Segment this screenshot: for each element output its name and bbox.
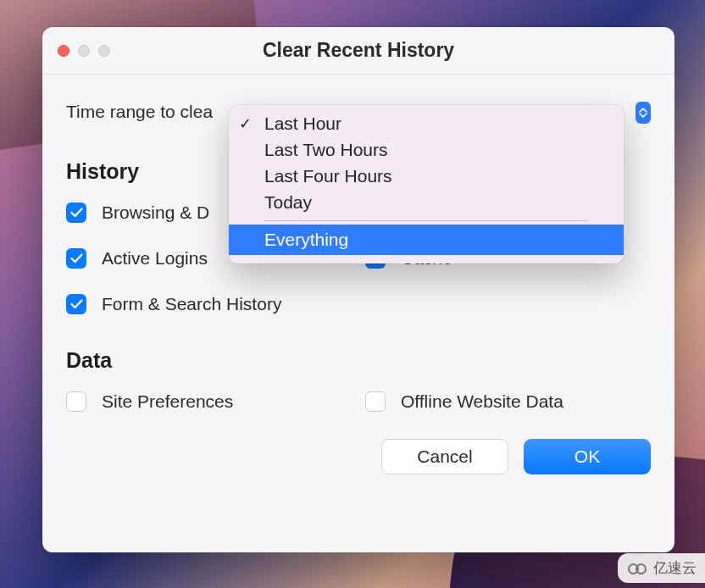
checkbox-browsing[interactable] — [66, 202, 86, 223]
watermark-text: 亿速云 — [653, 558, 697, 578]
checkbox-row-site-prefs[interactable]: Site Preferences — [66, 391, 352, 412]
window-controls — [42, 45, 110, 57]
check-icon: ✓ — [239, 114, 252, 133]
checkbox-label: Offline Website Data — [401, 391, 563, 412]
cloud-icon — [628, 561, 648, 576]
titlebar: Clear Recent History — [42, 27, 674, 75]
menu-item-label: Everything — [264, 230, 348, 250]
dialog-buttons: Cancel OK — [381, 439, 651, 474]
time-range-select-stepper[interactable] — [636, 102, 651, 124]
menu-item-today[interactable]: Today — [229, 189, 624, 215]
menu-item-everything[interactable]: Everything — [229, 225, 624, 255]
button-label: Cancel — [417, 447, 472, 467]
menu-item-last-four-hours[interactable]: Last Four Hours — [229, 163, 624, 189]
checkbox-offline-data[interactable] — [365, 391, 386, 412]
data-section-heading: Data — [66, 348, 651, 373]
dialog-title: Clear Recent History — [42, 39, 674, 62]
checkbox-row-form-search[interactable]: Form & Search History — [66, 294, 651, 314]
menu-item-label: Last Four Hours — [264, 166, 392, 186]
check-icon — [70, 208, 83, 218]
menu-item-last-hour[interactable]: ✓ Last Hour — [229, 110, 624, 136]
checkbox-label: Active Logins — [102, 248, 208, 269]
close-window-button[interactable] — [58, 45, 69, 57]
checkbox-active-logins[interactable] — [66, 248, 86, 269]
minimize-window-button[interactable] — [78, 45, 90, 57]
time-range-label: Time range to clea — [66, 102, 213, 122]
check-icon — [70, 299, 83, 309]
menu-item-label: Today — [264, 192, 312, 213]
menu-separator — [264, 220, 588, 221]
chevron-down-icon — [639, 113, 647, 118]
checkbox-label: Site Preferences — [102, 391, 233, 412]
checkbox-site-prefs[interactable] — [66, 391, 86, 412]
menu-item-last-two-hours[interactable]: Last Two Hours — [229, 136, 624, 163]
checkbox-label: Form & Search History — [102, 294, 281, 314]
check-icon — [70, 253, 83, 263]
ok-button[interactable]: OK — [524, 439, 651, 474]
zoom-window-button[interactable] — [98, 45, 110, 57]
menu-item-label: Last Hour — [264, 114, 341, 134]
cancel-button[interactable]: Cancel — [381, 439, 508, 474]
checkbox-label: Browsing & D — [102, 202, 209, 223]
watermark: 亿速云 — [618, 553, 705, 583]
menu-item-label: Last Two Hours — [264, 140, 388, 160]
checkbox-row-offline-data[interactable]: Offline Website Data — [365, 391, 651, 412]
button-label: OK — [575, 447, 600, 467]
data-options-grid: Site Preferences Offline Website Data — [66, 391, 651, 412]
time-range-menu: ✓ Last Hour Last Two Hours Last Four Hou… — [229, 105, 624, 263]
checkbox-form-search[interactable] — [66, 294, 86, 314]
